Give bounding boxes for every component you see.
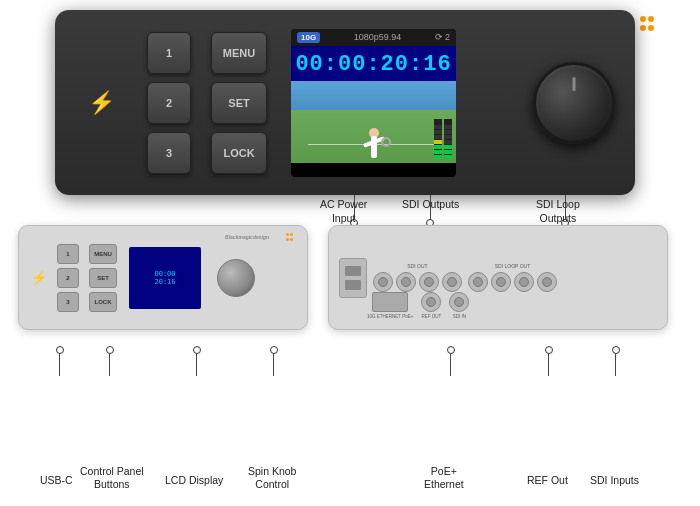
bmd-logo-dots (640, 16, 655, 31)
lcd-video-area (291, 81, 456, 163)
mini-buttons-grid: 1 MENU 2 SET 3 LOCK (57, 244, 117, 312)
mini-btn-2: 2 (57, 268, 79, 288)
sdi-inputs-label: SDI Inputs (590, 474, 639, 488)
mini-bmd-logo: Blackmagicdesign (225, 234, 269, 240)
button-3[interactable]: 3 (147, 132, 191, 174)
knob-line (273, 354, 274, 376)
lcd-resolution: 1080p59.94 (354, 32, 402, 42)
spin-knob-section (533, 62, 615, 144)
rear-sdi-loop-group: SDI LOOP OUT (468, 263, 557, 292)
top-device: ⚡ 1 MENU 2 SET 3 LOCK 10G 1080p59.94 ⟳ 2… (55, 10, 635, 195)
cpanel-line (109, 354, 110, 376)
usb-port-area: ⚡ (75, 77, 127, 129)
lcd-line (196, 354, 197, 376)
mini-btn-menu: MENU (89, 244, 117, 264)
mini-bmd-dots (286, 233, 294, 241)
lcd-10g-badge: 10G (297, 32, 320, 43)
mini-btn-1: 1 (57, 244, 79, 264)
ac-power-label: AC Power Input (320, 198, 367, 225)
button-1[interactable]: 1 (147, 32, 191, 74)
lcd-timecode: 00:00:20:16 (291, 46, 456, 81)
mini-usb-icon: ⚡ (31, 270, 47, 285)
tennis-player (359, 108, 389, 158)
vu-meters (434, 119, 452, 159)
poe-dot (447, 346, 455, 354)
knob-dot (270, 346, 278, 354)
button-grid: 1 MENU 2 SET 3 LOCK (147, 32, 267, 174)
usb-icon: ⚡ (88, 90, 115, 116)
button-lock[interactable]: LOCK (211, 132, 267, 174)
knob-label: Spin Knob Control (248, 465, 296, 492)
rear-sdi-out-group: SDI OUT (373, 263, 462, 292)
lcd-channel: ⟳ 2 (435, 32, 450, 42)
rear-bottom-row: 10G ETHERNET PoE+ REF OUT SDI IN (367, 292, 469, 319)
sdi-inputs-dot (612, 346, 620, 354)
mini-btn-lock: LOCK (89, 292, 117, 312)
sdi-inputs-line (615, 354, 616, 376)
poe-label: PoE+ Ethernet (424, 465, 464, 492)
lcd-label: LCD Display (165, 474, 223, 488)
mini-btn-set: SET (89, 268, 117, 288)
cpanel-label: Control Panel Buttons (80, 465, 144, 492)
mini-btn-3: 3 (57, 292, 79, 312)
button-2[interactable]: 2 (147, 82, 191, 124)
refout-line (548, 354, 549, 376)
cpanel-dot (106, 346, 114, 354)
usbc-line (59, 354, 60, 376)
poe-line (450, 354, 451, 376)
mini-timecode: 00:00 20:16 (154, 270, 175, 286)
rear-panel-mini: SDI OUT SDI LOOP OUT 10G ETHERNET PoE+ (328, 225, 668, 330)
front-panel-mini: ⚡ 1 MENU 2 SET 3 LOCK 00:00 20:16 Blackm… (18, 225, 308, 330)
button-menu[interactable]: MENU (211, 32, 267, 74)
spin-knob[interactable] (533, 62, 615, 144)
sdi-loop-label: SDI Loop Outputs (536, 198, 580, 225)
mini-spin-knob (217, 259, 255, 297)
lcd-dot (193, 346, 201, 354)
lcd-screen: 10G 1080p59.94 ⟳ 2 00:00:20:16 (291, 29, 456, 177)
button-set[interactable]: SET (211, 82, 267, 124)
bottom-section: ⚡ 1 MENU 2 SET 3 LOCK 00:00 20:16 Blackm… (0, 225, 700, 330)
mini-lcd-screen: 00:00 20:16 (129, 247, 201, 309)
refout-label: REF Out (527, 474, 568, 488)
usbc-label: USB-C (40, 474, 73, 488)
lcd-top-bar: 10G 1080p59.94 ⟳ 2 (291, 29, 456, 46)
usbc-dot (56, 346, 64, 354)
sdi-outputs-label: SDI Outputs (402, 198, 459, 212)
refout-dot (545, 346, 553, 354)
rear-power-connector (339, 258, 367, 298)
